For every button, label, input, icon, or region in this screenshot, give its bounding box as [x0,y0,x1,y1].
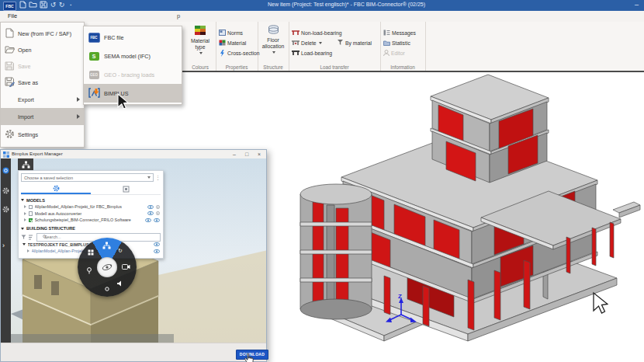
navigation-wheel[interactable]: ↻ [78,238,137,297]
settings-gear-icon [1,129,18,141]
wheel-structure-icon[interactable] [102,242,111,250]
non-load-bearing-button[interactable]: Non-load-bearing [292,28,342,37]
tools-gear-icon[interactable] [2,183,9,190]
floor-allocation-button[interactable]: Floor allocation [258,25,289,55]
export-manager-title: Bimplus Export Manager [12,151,63,156]
expand-arrow-icon [24,218,26,221]
material-type-button[interactable]: Material type [185,25,216,56]
visibility-eye-icon[interactable] [154,249,160,253]
load-bearing-button[interactable]: Load-bearing [292,48,332,57]
ribbon-group-colours: Material type Colours [185,22,216,71]
orbit-icon [102,262,113,273]
model-row-selected[interactable]: Schulungsbeispiel_BIM-Connector_FRILO So… [21,217,161,224]
visibility-eye-icon[interactable] [147,211,154,215]
collapse-arrow-icon [21,228,24,230]
ribbon-group-structure: Floor allocation Structure [258,22,289,71]
window-maximize-button[interactable]: □ [243,151,251,158]
search-icon [43,235,47,239]
info-icon[interactable] [156,205,160,209]
undo-icon[interactable]: ↺ [49,1,57,9]
window-minimize-button[interactable]: – [230,151,238,158]
non-load-bearing-icon [292,30,299,36]
editor-button[interactable]: Editor [383,48,405,57]
structure-search-row [21,233,161,242]
wheel-orbit-knob[interactable] [97,257,117,277]
menu-item-save-as[interactable]: Save as [1,75,84,91]
save-icon[interactable] [39,1,47,9]
open-folder-icon[interactable] [29,1,37,9]
model-row[interactable]: AllplanModel_Allplan-Projekt_für FBC_Bim… [21,204,161,211]
title-bar: FBC ↺ ↻ ▪ New item (Project: Test englis… [0,0,644,11]
statistic-icon [383,40,390,46]
wheel-bottom-icon[interactable] [104,287,110,292]
delete-button[interactable]: Delete [292,38,322,47]
wheel-rotate-icon[interactable]: ↻ [118,248,123,253]
save-icon [1,61,18,72]
menu-bar: File p [0,11,644,23]
settings-gear-icon[interactable] [2,202,9,209]
redo-icon[interactable]: ↻ [57,1,66,9]
by-material-button[interactable]: By material [337,38,372,47]
menu-item-export[interactable]: Export [1,91,84,108]
menu-item-new[interactable]: New (from IFC / SAF) [1,26,84,42]
toolbar-more-icon[interactable]: ▪ [67,1,75,9]
info-icon[interactable] [156,211,160,215]
cross-section-icon [219,50,226,57]
menu-item-open[interactable]: Open [1,42,84,58]
tab-models[interactable] [21,184,91,194]
kebab-menu-icon[interactable]: ⋮ [155,174,161,181]
expand-arrow-icon [27,249,29,252]
file-menu-button[interactable]: File [8,12,17,19]
material-button[interactable]: Material [219,38,246,47]
window-close-button[interactable]: × [255,151,263,158]
menu-item-settings[interactable]: Settings [1,125,84,144]
saved-selection-dropdown[interactable]: Choose a saved selection [21,173,154,182]
norms-icon [219,30,226,36]
visibility-eye-icon[interactable] [145,218,151,222]
expand-arrow-icon [24,212,26,215]
dropdown-arrow-icon [147,176,151,179]
messages-button[interactable]: Messages [383,28,416,37]
wheel-camera-icon[interactable] [122,264,130,270]
norms-button[interactable]: Norms [219,28,243,37]
filter-icon[interactable] [21,235,26,240]
bimplus-logo-icon[interactable] [2,163,9,170]
app-logo: FBC [3,2,16,11]
submenu-item-fbc-file[interactable]: FBC FBC file [84,28,182,47]
menu-item-import[interactable]: Import [1,108,84,125]
panel-collapse-chevron[interactable]: › [2,242,5,249]
visibility-eye-icon[interactable] [154,218,160,222]
file-menu: New (from IFC / SAF) Open Save Save as E… [0,22,85,148]
models-section-header[interactable]: MODELS [21,197,161,204]
partial-ribbon-tab: p [177,12,180,19]
submenu-item-sema-model[interactable]: S SEMA model (IFC) [84,47,182,65]
tab-structure[interactable] [91,184,161,194]
visibility-eye-icon[interactable] [154,242,160,246]
visibility-eye-icon[interactable] [147,205,154,209]
submenu-arrow-icon [77,97,80,102]
new-document-icon[interactable] [19,1,27,9]
wheel-grid-icon[interactable] [88,249,94,256]
wheel-media-icon[interactable] [116,280,123,287]
statistic-button[interactable]: Statistic [383,38,410,47]
model-checkbox[interactable] [29,205,33,210]
axis-z-label: Z [398,293,402,300]
minimize-button[interactable]: – [635,1,639,9]
fbc-file-icon: FBC [84,33,104,43]
pointer-cursor [591,291,608,315]
submenu-item-geo-bracing-loads[interactable]: GEO GEO - bracing loads [84,65,182,84]
ribbon-group-information: Messages Statistic Editor Information [380,22,426,71]
model-checkbox[interactable] [29,211,33,216]
menu-item-save[interactable]: Save [1,58,84,75]
wheel-location-pin-icon[interactable] [86,267,92,275]
by-material-icon [337,40,344,46]
building-structure-section-header[interactable]: BUILDING STRUCTURE [21,225,161,232]
floor-allocation-icon [268,25,279,35]
model-row[interactable]: Modell aus Autoconverter [21,211,161,218]
submenu-item-bimplus[interactable]: BIMPLUS [84,84,182,103]
pointer-cursor [116,93,130,110]
cross-section-button[interactable]: Cross-section [219,48,260,57]
model-checkbox-checked[interactable] [29,218,33,223]
filter-tree-icon[interactable] [28,235,33,240]
structure-tool-button[interactable] [18,158,33,170]
